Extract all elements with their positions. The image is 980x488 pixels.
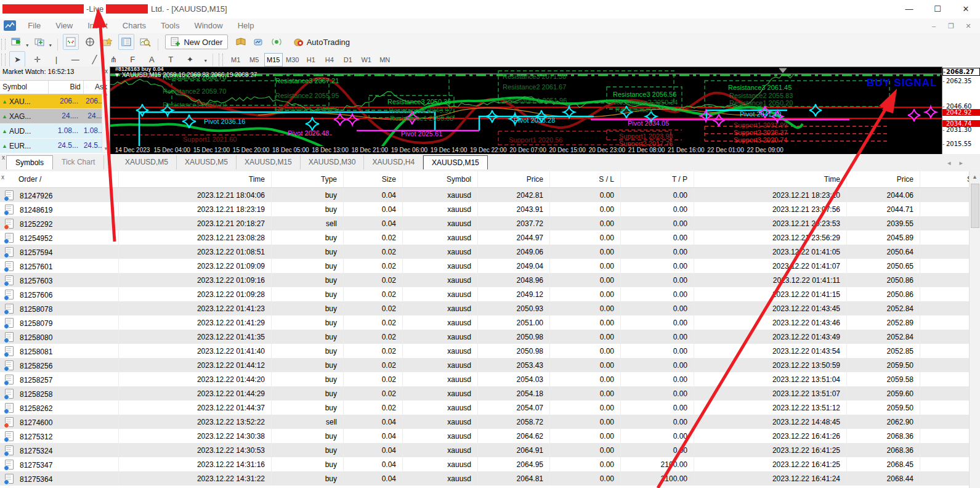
market-watch-row-eur[interactable]: ▲EUR...24.5...24.5... — [0, 139, 110, 153]
orders-column-9[interactable]: Price — [847, 171, 920, 188]
order-row[interactable]: 812580802023.12.22 01:41:35buy0.02xauusd… — [0, 330, 980, 344]
chart-minimize-button[interactable]: – — [926, 20, 942, 31]
panel-close-icon[interactable]: x — [2, 154, 5, 161]
menu-file[interactable]: File — [20, 18, 48, 33]
minimize-button[interactable]: — — [895, 0, 923, 18]
market-watch-close-icon[interactable]: x — [105, 68, 108, 75]
order-row[interactable]: 812479262023.12.21 18:04:06buy0.04xauusd… — [0, 188, 980, 203]
label-tool-icon[interactable]: T — [163, 52, 178, 67]
terminal-icon[interactable] — [118, 34, 134, 50]
maximize-button[interactable]: ☐ — [923, 0, 952, 18]
publish-icon[interactable] — [251, 35, 266, 49]
shapes-tool-icon[interactable]: ✦ — [182, 52, 197, 67]
scroll-up-icon[interactable]: ▲ — [970, 171, 980, 180]
timeframe-m5[interactable]: M5 — [246, 54, 263, 66]
navigator-icon[interactable] — [100, 35, 115, 49]
orders-column-2[interactable]: Type — [272, 171, 344, 188]
orders-column-6[interactable]: S / L — [550, 171, 621, 188]
timeframe-d1[interactable]: D1 — [339, 54, 357, 66]
menu-charts[interactable]: Charts — [115, 18, 153, 33]
data-window-icon[interactable] — [83, 35, 97, 49]
menu-tools[interactable]: Tools — [153, 18, 187, 33]
order-row[interactable]: 812580812023.12.22 01:41:40buy0.02xauusd… — [0, 344, 980, 358]
timeframe-m15[interactable]: M15 — [264, 53, 283, 67]
time-axis[interactable]: 14 Dec 202315 Dec 04:0015 Dec 12:0015 De… — [110, 146, 942, 154]
orders-scrollbar[interactable]: ▲ — [969, 171, 980, 488]
orders-column-7[interactable]: T / P — [621, 171, 694, 188]
orders-column-4[interactable]: Symbol — [403, 171, 478, 188]
new-chart-dropdown[interactable]: ▾ — [26, 43, 28, 48]
horizontal-line-tool-icon[interactable]: — — [68, 52, 83, 67]
order-row[interactable]: 812486192023.12.21 18:23:19buy0.04xauusd… — [0, 202, 980, 216]
vertical-line-tool-icon[interactable]: | — [49, 52, 63, 67]
market-watch-row-xau[interactable]: ▲XAU...206...206... — [0, 94, 110, 109]
orders-column-0[interactable]: Order / — [0, 171, 119, 188]
orders-column-3[interactable]: Size — [344, 171, 403, 188]
scroll-down-icon[interactable]: ▼ — [103, 146, 108, 152]
order-row[interactable]: 812582622023.12.22 01:44:37buy0.02xauusd… — [0, 401, 980, 415]
profiles-icon[interactable] — [33, 35, 47, 49]
shapes-dropdown[interactable]: ▾ — [205, 58, 207, 63]
market-watch-row-xag[interactable]: ▲XAG...24....24.... — [0, 109, 110, 124]
timeframe-m30[interactable]: M30 — [284, 54, 301, 66]
text-tool-icon[interactable]: A — [144, 52, 159, 67]
order-row[interactable]: 812753642023.12.22 14:31:22buy0.04xauusd… — [0, 471, 980, 486]
fibonacci-tool-icon[interactable]: F — [125, 52, 140, 67]
menu-help[interactable]: Help — [230, 18, 262, 33]
price-chart[interactable]: Resistance3 2068.70Resistance2 2059.70Re… — [110, 67, 942, 154]
chart-tab-5[interactable]: XAUUSD,M15 — [423, 155, 488, 169]
chart-close-button[interactable]: ✕ — [960, 20, 976, 31]
chart-restore-button[interactable]: ❐ — [943, 20, 959, 31]
order-row[interactable]: 812582562023.12.22 01:44:12buy0.02xauusd… — [0, 358, 980, 372]
signals-icon[interactable] — [269, 35, 284, 49]
column-bid[interactable]: Bid — [49, 81, 84, 94]
chart-tab-0[interactable]: XAUUSD,M5 — [117, 155, 177, 169]
order-row[interactable]: 812580782023.12.22 01:41:23buy0.02xauusd… — [0, 301, 980, 315]
order-row[interactable]: 812582582023.12.22 01:44:29buy0.02xauusd… — [0, 386, 980, 401]
order-row[interactable]: 812549522023.12.21 23:08:28buy0.02xauusd… — [0, 230, 980, 245]
timeframe-h1[interactable]: H1 — [302, 54, 320, 66]
new-chart-icon[interactable] — [9, 35, 24, 49]
column-symbol[interactable]: Symbol — [0, 81, 49, 94]
tab-tick-chart[interactable]: Tick Chart — [53, 155, 104, 169]
order-row[interactable]: 812582572023.12.22 01:44:20buy0.02xauusd… — [0, 372, 980, 386]
menu-insert[interactable]: Insert — [80, 18, 115, 33]
order-row[interactable]: 812575942023.12.22 01:08:51buy0.02xauusd… — [0, 245, 980, 259]
crosshair-tool-icon[interactable]: ✛ — [30, 52, 44, 67]
close-button[interactable]: ✕ — [952, 0, 980, 18]
chart-tab-3[interactable]: XAUUSD,M30 — [301, 155, 365, 169]
menu-window[interactable]: Window — [187, 18, 230, 33]
order-row[interactable]: 812580792023.12.22 01:41:29buy0.02xauusd… — [0, 315, 980, 330]
order-row[interactable]: 812576032023.12.22 01:09:16buy0.02xauusd… — [0, 273, 980, 287]
order-row[interactable]: 812753472023.12.22 14:31:16buy0.04xauusd… — [0, 457, 980, 471]
price-axis[interactable]: 2068.272062.352046.602042.922034.742031.… — [942, 67, 980, 155]
menu-view[interactable]: View — [48, 18, 80, 33]
profiles-dropdown[interactable]: ▾ — [49, 43, 52, 48]
market-watch-scrollbar[interactable]: ▲▼ — [102, 91, 110, 152]
chart-tab-4[interactable]: XAUUSD,H4 — [364, 155, 423, 169]
channel-tool-icon[interactable]: ⋔ — [106, 52, 121, 67]
chart-tab-1[interactable]: XAUUSD,M5 — [177, 155, 237, 169]
new-order-button[interactable]: New Order — [165, 35, 228, 49]
tab-scroll-arrows[interactable]: ◂▸ — [947, 159, 971, 167]
terminal-close-icon[interactable]: x — [1, 174, 4, 181]
cursor-tool-icon[interactable]: ➤ — [9, 51, 25, 67]
timeframe-w1[interactable]: W1 — [358, 54, 375, 66]
orders-column-1[interactable]: Time — [119, 171, 272, 188]
order-row[interactable]: 812576012023.12.22 01:09:09buy0.02xauusd… — [0, 259, 980, 273]
market-watch-icon[interactable] — [63, 34, 79, 50]
scroll-up-icon[interactable]: ▲ — [103, 91, 108, 97]
order-row[interactable]: 812576062023.12.22 01:09:28buy0.02xauusd… — [0, 287, 980, 301]
tab-scroll-left-icon[interactable]: ◂ — [947, 159, 960, 166]
timeframe-h4[interactable]: H4 — [321, 54, 338, 66]
order-row[interactable]: 812753122023.12.22 14:30:38buy0.04xauusd… — [0, 429, 980, 443]
trendline-tool-icon[interactable]: ╱ — [87, 52, 102, 67]
tab-symbols[interactable]: Symbols — [6, 155, 53, 169]
timeframe-mn[interactable]: MN — [376, 54, 394, 66]
autotrading-button[interactable]: AutoTrading — [290, 35, 354, 49]
orders-column-8[interactable]: Time — [694, 171, 847, 188]
order-row[interactable]: 812746002023.12.22 13:52:22sell0.04xauus… — [0, 415, 980, 429]
strategy-tester-icon[interactable] — [138, 35, 153, 49]
chart-tab-2[interactable]: XAUUSD,M15 — [237, 155, 301, 169]
tab-scroll-right-icon[interactable]: ▸ — [959, 159, 971, 166]
